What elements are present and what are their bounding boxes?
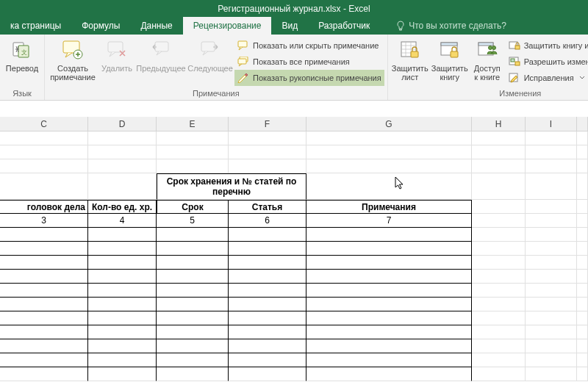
table-row[interactable] xyxy=(0,325,588,339)
show-all-comments-button[interactable]: Показать все примечания xyxy=(234,54,384,70)
delete-comment-label: Удалить xyxy=(101,64,132,73)
delete-comment-button: Удалить xyxy=(99,36,135,75)
title-bar: Регистрационный журнал.xlsx - Excel xyxy=(0,0,588,17)
table-row[interactable] xyxy=(0,145,588,159)
ribbon: 文 Перевод Язык Создать примечание Удалит… xyxy=(0,35,588,101)
tab-view[interactable]: Вид xyxy=(271,17,308,35)
show-ink-button[interactable]: Показать рукописные примечания xyxy=(234,70,384,86)
chevron-down-icon xyxy=(579,76,585,80)
column-headers: C D E F G H I xyxy=(0,117,588,131)
tab-page-layout[interactable]: ка страницы xyxy=(0,17,71,35)
svg-text:文: 文 xyxy=(21,49,27,56)
duration-section-header: Срок хранения и № статей по перечню xyxy=(157,173,306,200)
tell-me-search[interactable]: Что вы хотите сделать? xyxy=(386,17,517,35)
spreadsheet-area[interactable]: C D E F G H I Срок хранения и № статей п… xyxy=(0,101,588,382)
allow-edit-ranges-label: Разрешить изменение диапазон xyxy=(524,57,588,66)
track-changes-icon xyxy=(509,72,520,84)
svg-point-18 xyxy=(488,46,492,50)
tab-data[interactable]: Данные xyxy=(130,17,182,35)
show-ink-icon xyxy=(237,72,249,84)
delete-comment-icon xyxy=(105,38,129,62)
show-hide-comment-label: Показать или скрыть примечание xyxy=(253,41,379,50)
svg-rect-14 xyxy=(441,43,457,46)
protect-workbook-icon xyxy=(438,38,462,62)
protect-and-share-icon xyxy=(509,40,520,51)
group-label-language: Язык xyxy=(3,89,41,99)
col-num-6: 6 xyxy=(229,214,306,228)
svg-rect-8 xyxy=(238,41,247,47)
track-changes-button[interactable]: Исправления xyxy=(506,70,588,86)
show-ink-label: Показать рукописные примечания xyxy=(253,73,381,82)
new-comment-label: Создать примечание xyxy=(49,64,96,82)
col-num-5: 5 xyxy=(157,214,229,228)
show-all-comments-label: Показать все примечания xyxy=(253,57,350,66)
svg-point-19 xyxy=(492,46,495,50)
translate-button[interactable]: 文 Перевод xyxy=(3,36,41,75)
table-row[interactable]: головок дела Кол-во ед. хр. Срок Статья … xyxy=(0,200,588,214)
col-header-e[interactable]: E xyxy=(157,117,229,131)
table-row[interactable] xyxy=(0,228,588,242)
svg-rect-10 xyxy=(238,59,246,64)
svg-rect-5 xyxy=(108,42,123,52)
svg-rect-6 xyxy=(155,42,168,51)
col-duration-header: Срок xyxy=(157,200,229,214)
table-row[interactable] xyxy=(0,270,588,284)
col-header-f[interactable]: F xyxy=(229,117,306,131)
show-all-comments-icon xyxy=(237,56,249,68)
col-header-c[interactable]: C xyxy=(0,117,88,131)
protect-workbook-button[interactable]: Защитить книгу xyxy=(431,36,469,84)
table-row[interactable] xyxy=(0,284,588,298)
ribbon-tabs: ка страницы Формулы Данные Рецензировани… xyxy=(0,17,588,35)
ribbon-group-changes: Защитить лист Защитить книгу Доступ к кн… xyxy=(388,35,588,100)
group-label-changes: Изменения xyxy=(391,89,588,99)
svg-rect-24 xyxy=(515,62,520,65)
allow-edit-ranges-button[interactable]: Разрешить изменение диапазон xyxy=(506,54,588,70)
table-row[interactable] xyxy=(0,131,588,145)
share-workbook-button[interactable]: Доступ к книге xyxy=(470,36,504,84)
protect-workbook-label: Защитить книгу xyxy=(431,64,468,82)
table-row[interactable] xyxy=(0,159,588,173)
prev-comment-label: Предыдущее xyxy=(136,64,185,73)
prev-comment-icon xyxy=(149,38,173,62)
table-row[interactable]: 3 4 5 6 7 xyxy=(0,214,588,228)
tab-review[interactable]: Рецензирование xyxy=(183,17,272,35)
tab-formulas[interactable]: Формулы xyxy=(71,17,130,35)
show-hide-comment-icon xyxy=(237,40,249,51)
col-header-g[interactable]: G xyxy=(306,117,472,131)
table-row[interactable]: Срок хранения и № статей по перечню xyxy=(0,173,588,200)
next-comment-label: Следующее xyxy=(187,64,233,73)
svg-rect-15 xyxy=(451,51,458,57)
protect-sheet-button[interactable]: Защитить лист xyxy=(391,36,429,84)
prev-comment-button: Предыдущее xyxy=(136,36,186,75)
table-row[interactable] xyxy=(0,256,588,270)
protect-sheet-icon xyxy=(398,38,422,62)
app-title: Регистрационный журнал.xlsx - Excel xyxy=(218,4,370,14)
grid[interactable]: Срок хранения и № статей по перечню голо… xyxy=(0,131,588,382)
col-num-7: 7 xyxy=(306,214,472,228)
share-workbook-icon xyxy=(476,38,499,62)
protect-and-share-button[interactable]: Защитить книгу и дать общий до xyxy=(506,37,588,54)
track-changes-label: Исправления xyxy=(524,73,574,82)
col-header-h[interactable]: H xyxy=(472,117,526,131)
protect-sheet-label: Защитить лист xyxy=(392,64,429,82)
group-label-comments: Примечания xyxy=(48,89,384,99)
translate-icon: 文 xyxy=(10,38,34,62)
col-article-header: Статья xyxy=(229,200,306,214)
col-header-tail xyxy=(577,117,588,131)
col-header-d[interactable]: D xyxy=(88,117,157,131)
table-row[interactable] xyxy=(0,298,588,311)
col-header-i[interactable]: I xyxy=(526,117,577,131)
table-row[interactable] xyxy=(0,367,588,381)
ribbon-group-language: 文 Перевод Язык xyxy=(0,35,45,100)
table-row[interactable] xyxy=(0,311,588,325)
lightbulb-icon xyxy=(396,21,405,31)
new-comment-button[interactable]: Создать примечание xyxy=(48,36,98,84)
tab-developer[interactable]: Разработчик xyxy=(308,17,380,35)
svg-rect-23 xyxy=(511,59,514,62)
table-row[interactable] xyxy=(0,353,588,367)
show-hide-comment-button[interactable]: Показать или скрыть примечание xyxy=(234,37,384,54)
col-dela-header: головок дела xyxy=(0,200,88,214)
table-row[interactable] xyxy=(0,242,588,256)
svg-rect-17 xyxy=(478,43,493,46)
table-row[interactable] xyxy=(0,339,588,353)
